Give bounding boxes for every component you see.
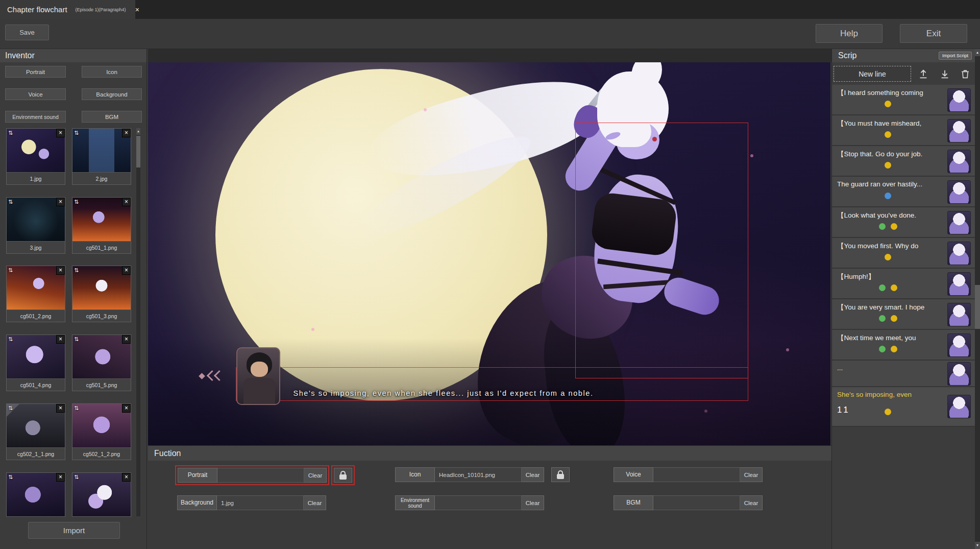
swap-arrows-icon[interactable]: ⇅ [74, 336, 79, 343]
close-icon[interactable]: × [56, 198, 65, 206]
swap-arrows-icon[interactable]: ⇅ [74, 130, 79, 136]
swap-arrows-icon[interactable]: ⇅ [8, 474, 13, 481]
inventory-thumbnail[interactable]: ⇅ × cg501_1.png [72, 197, 131, 254]
background-clear-button[interactable]: Clear [304, 495, 326, 510]
inventory-thumbnail[interactable]: ⇅ × cg502_1_2.png [72, 403, 131, 460]
import-button[interactable]: Import [28, 522, 120, 539]
inventory-scrollbar[interactable]: ▲ [136, 128, 140, 516]
script-line[interactable]: 【I heard something coming [832, 85, 975, 115]
delete-line-button[interactable] [959, 67, 972, 81]
script-line[interactable]: 【Next time we meet, you [832, 330, 975, 361]
script-line-text: She's so imposing, even [837, 391, 944, 398]
help-button[interactable]: Help [816, 24, 883, 43]
close-icon[interactable]: × [122, 266, 131, 275]
swap-arrows-icon[interactable]: ⇅ [74, 267, 79, 274]
close-icon[interactable]: × [56, 129, 65, 137]
swap-arrows-icon[interactable]: ⇅ [8, 336, 13, 343]
swap-arrows-icon[interactable]: ⇅ [74, 199, 79, 205]
bgm-field-label[interactable]: BGM [614, 495, 653, 510]
script-line[interactable]: 【Look what you've done. [832, 207, 975, 238]
scrollbar-thumb[interactable] [136, 136, 140, 168]
exit-button[interactable]: Exit [900, 24, 967, 43]
category-bgm-button[interactable]: BGM [82, 111, 142, 123]
close-icon[interactable]: × [122, 335, 131, 344]
close-icon[interactable]: × [122, 198, 131, 206]
close-icon[interactable]: × [56, 266, 65, 275]
environment-sound-clear-button[interactable]: Clear [522, 495, 544, 510]
script-line[interactable]: 【You must have misheard, [832, 115, 975, 146]
swap-arrows-icon[interactable]: ⇅ [8, 199, 13, 205]
icon-clear-button[interactable]: Clear [522, 467, 544, 482]
move-line-up-button[interactable] [917, 67, 930, 81]
arrow-down-to-line-icon [939, 68, 950, 80]
script-line[interactable]: The guard ran over hastily... [832, 177, 975, 207]
sub-tab-label[interactable]: (Episode 1)(Paragraph4) [67, 7, 126, 12]
voice-field-label[interactable]: Voice [614, 467, 653, 482]
swap-arrows-icon[interactable]: ⇅ [74, 474, 79, 481]
script-line[interactable]: 【Stop that. Go do your job. [832, 146, 975, 177]
category-icon-button[interactable]: Icon [82, 66, 142, 78]
import-script-button[interactable]: Import Script [939, 52, 972, 60]
new-line-button[interactable]: New line [834, 66, 911, 82]
swap-arrows-icon[interactable]: ⇅ [8, 405, 13, 412]
portrait-clear-button[interactable]: Clear [304, 468, 327, 483]
script-line[interactable]: ... [832, 361, 975, 387]
tab-chapter-flowchart[interactable]: Chapter flowchart (Episode 1)(Paragraph4… [0, 0, 135, 19]
portrait-thumbnail [947, 272, 971, 296]
scrollbar-thumb[interactable] [975, 285, 980, 329]
background-field-label[interactable]: Background [177, 495, 217, 510]
close-icon[interactable]: × [56, 335, 65, 344]
bgm-field-value[interactable] [653, 495, 740, 510]
inventory-thumbnail[interactable]: ⇅ × [6, 472, 65, 517]
lock-icon[interactable] [334, 468, 352, 483]
inventory-thumbnail[interactable]: ⇅ × cg502_1_1.png [6, 403, 65, 460]
close-icon[interactable]: × [135, 6, 139, 14]
swap-arrows-icon[interactable]: ⇅ [8, 267, 13, 274]
preview-canvas[interactable]: She's so imposing, even when she flees..… [148, 62, 830, 445]
close-icon[interactable]: × [56, 473, 65, 482]
close-icon[interactable]: × [122, 473, 131, 482]
script-line-selected[interactable]: She's so imposing, even 11 [832, 387, 975, 427]
inventory-thumbnail[interactable]: ⇅ × 3.jpg [6, 197, 65, 254]
inventory-thumbnail[interactable]: ⇅ × cg501_4.png [6, 335, 65, 391]
portrait-field-value[interactable] [217, 468, 304, 483]
save-button[interactable]: Save [5, 25, 49, 40]
script-line[interactable]: 【You moved first. Why do [832, 238, 975, 269]
inventory-thumbnail[interactable]: ⇅ × cg501_5.png [72, 335, 131, 391]
background-field-value[interactable] [217, 495, 304, 510]
environment-sound-field-value[interactable] [435, 495, 522, 510]
script-line[interactable]: 【Humph!】 [832, 269, 975, 299]
status-dots [832, 315, 944, 322]
script-line[interactable]: 【You are very smart. I hope [832, 299, 975, 330]
category-background-button[interactable]: Background [82, 88, 142, 100]
swap-arrows-icon[interactable]: ⇅ [74, 405, 79, 412]
category-environment-sound-button[interactable]: Environment sound [5, 111, 66, 123]
inventory-thumbnail[interactable]: ⇅ × cg501_3.png [72, 266, 131, 322]
inventory-thumbnail[interactable]: ⇅ × cg501_2.png [6, 266, 65, 322]
script-line-list: 【I heard something coming 【You must have… [832, 85, 975, 427]
scroll-up-icon[interactable]: ▲ [975, 49, 980, 56]
scroll-up-icon[interactable]: ▲ [136, 128, 140, 135]
environment-sound-field-label[interactable]: Environment sound [395, 495, 435, 510]
close-icon[interactable]: × [122, 129, 131, 137]
close-icon[interactable]: × [56, 404, 65, 413]
yellow-status-dot [891, 315, 897, 322]
close-icon[interactable]: × [122, 404, 131, 413]
icon-field-value[interactable] [435, 467, 522, 482]
window-scrollbar[interactable]: ▲ ▼ [975, 49, 980, 549]
category-voice-button[interactable]: Voice [5, 88, 66, 100]
portrait-field-label[interactable]: Portrait [178, 468, 217, 483]
bgm-clear-button[interactable]: Clear [740, 495, 763, 510]
arrow-up-from-line-icon [918, 68, 929, 80]
category-portrait-button[interactable]: Portrait [5, 66, 66, 78]
inventory-thumbnail[interactable]: ⇅ × 1.jpg [6, 128, 65, 185]
inventory-thumbnail[interactable]: ⇅ × [72, 472, 131, 517]
lock-icon[interactable] [551, 467, 570, 482]
inventory-thumbnail[interactable]: ⇅ × 2.jpg [72, 128, 131, 185]
move-line-down-button[interactable] [938, 67, 951, 81]
voice-clear-button[interactable]: Clear [740, 467, 763, 482]
scroll-down-icon[interactable]: ▼ [975, 542, 980, 549]
icon-field-label[interactable]: Icon [395, 467, 435, 482]
swap-arrows-icon[interactable]: ⇅ [8, 130, 13, 136]
voice-field-value[interactable] [653, 467, 740, 482]
